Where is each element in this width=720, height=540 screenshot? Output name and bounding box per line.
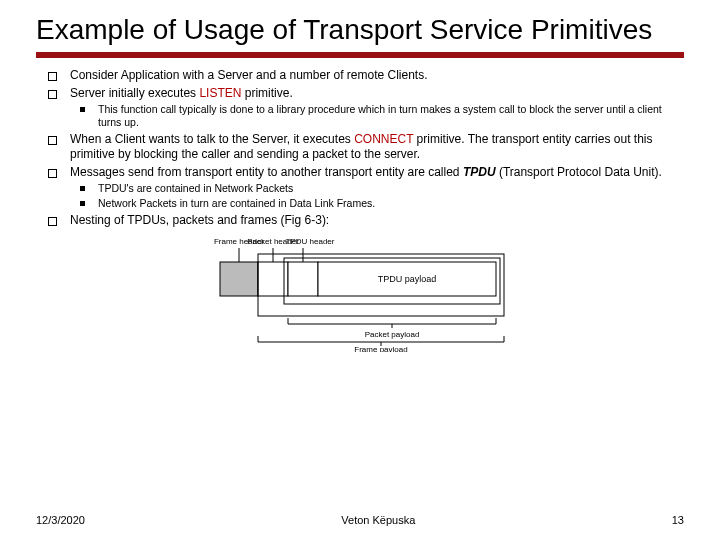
bullet-2-text-a: Server initially executes bbox=[70, 86, 199, 100]
tpdu-term: TPDU bbox=[463, 165, 496, 179]
bullet-4-text-b: (Transport Protocol Data Unit). bbox=[496, 165, 662, 179]
bullet-2-text-b: primitive. bbox=[241, 86, 292, 100]
frame-payload-label: Frame payload bbox=[354, 345, 407, 352]
title-rule bbox=[36, 52, 684, 58]
packet-payload-label: Packet payload bbox=[365, 330, 420, 339]
tpdu-header-label: TPDU header bbox=[286, 237, 335, 246]
bullet-list: Consider Application with a Server and a… bbox=[36, 68, 684, 228]
slide-footer: 12/3/2020 Veton Këpuska 13 bbox=[36, 514, 684, 526]
bullet-4-text-a: Messages send from transport entity to a… bbox=[70, 165, 463, 179]
slide: Example of Usage of Transport Service Pr… bbox=[0, 0, 720, 540]
bullet-3: When a Client wants to talk to the Serve… bbox=[36, 132, 684, 163]
slide-content: Consider Application with a Server and a… bbox=[36, 68, 684, 352]
bullet-3-text-a: When a Client wants to talk to the Serve… bbox=[70, 132, 354, 146]
nesting-diagram: Frame header Packet header TPDU header T… bbox=[180, 234, 540, 352]
bullet-4: Messages send from transport entity to a… bbox=[36, 165, 684, 180]
bullet-4-2: Network Packets in turn are contained in… bbox=[36, 197, 684, 210]
footer-author: Veton Këpuska bbox=[341, 514, 415, 526]
footer-page: 13 bbox=[672, 514, 684, 526]
connect-keyword: CONNECT bbox=[354, 132, 413, 146]
bullet-2: Server initially executes LISTEN primiti… bbox=[36, 86, 684, 101]
bullet-4-1: TPDU's are contained in Network Packets bbox=[36, 182, 684, 195]
bullet-5: Nesting of TPDUs, packets and frames (Fi… bbox=[36, 213, 684, 228]
slide-title: Example of Usage of Transport Service Pr… bbox=[36, 14, 684, 46]
footer-date: 12/3/2020 bbox=[36, 514, 85, 526]
svg-rect-2 bbox=[288, 262, 318, 296]
bullet-2-1: This function call typically is done to … bbox=[36, 103, 684, 130]
tpdu-payload-label: TPDU payload bbox=[378, 274, 437, 284]
svg-rect-0 bbox=[220, 262, 258, 296]
bullet-1: Consider Application with a Server and a… bbox=[36, 68, 684, 83]
listen-keyword: LISTEN bbox=[199, 86, 241, 100]
